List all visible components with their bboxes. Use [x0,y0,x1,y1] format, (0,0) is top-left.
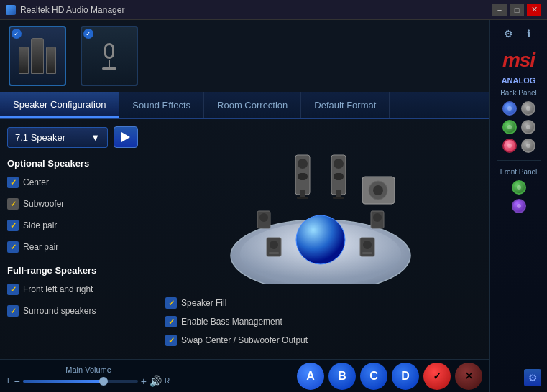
checkbox-surround[interactable]: ✓ Surround speakers [7,305,151,317]
checkbox-side-pair[interactable]: ✓ Side pair [7,220,151,231]
checkbox-front-lr[interactable]: ✓ Front left and right [7,284,151,295]
rear-left-speaker [257,211,270,228]
close-button[interactable]: ✕ [527,4,541,16]
checkbox-swap-center-icon: ✓ [165,335,177,346]
fullrange-speakers-title: Full-range Speakers [7,265,151,276]
jack-front-green[interactable] [512,180,526,195]
msi-logo: msi [502,49,535,72]
volume-label: Main Volume [65,365,111,374]
speaker-panel: 7.1 Speaker ▼ Optional Speakers ✓ Center [0,119,489,359]
bottom-settings-button[interactable]: ⚙ [524,369,541,386]
mic-stand [109,60,110,67]
svg-rect-7 [363,241,372,249]
checkbox-bass-mgmt-icon: ✓ [165,316,177,327]
profile-d-button[interactable]: D [392,363,419,390]
play-test-button[interactable] [114,126,138,148]
checkbox-surround-icon: ✓ [7,305,19,317]
volume-fill [23,380,104,383]
speaker-type-dropdown[interactable]: 7.1 Speaker ▼ [7,127,108,148]
tab-room-correction[interactable]: Room Correction [204,92,301,118]
checkbox-rear-pair-label: Rear pair [23,242,58,252]
bottom-checkboxes: ✓ Speaker Fill ✓ Enable Bass Management … [158,291,482,352]
speaker-select-row: 7.1 Speaker ▼ [7,126,151,148]
microphone-device-icon[interactable]: ✓ [81,26,138,86]
optional-speakers-title: Optional Speakers [7,158,151,169]
svg-rect-15 [298,173,308,180]
sidebar-toolbar: ⚙ ℹ [501,26,537,42]
speakers-device-icon[interactable]: ✓ [9,26,66,86]
minimize-button[interactable]: − [492,4,507,16]
back-panel-jack-row-3 [502,139,535,153]
analog-label: ANALOG [502,76,536,85]
svg-rect-8 [362,252,372,254]
jack-back-blue[interactable] [502,101,517,116]
maximize-button[interactable]: □ [510,4,524,16]
checkbox-subwoofer-icon: ✓ [7,198,19,210]
profile-buttons: A B C D ✓ ✕ [297,363,482,390]
back-panel-jack-row-2 [502,120,535,134]
profile-a-button[interactable]: A [297,363,324,390]
speaker-visual [19,38,56,74]
bottom-bar: Main Volume L − + 🔊 R A B C D [0,359,489,392]
speaker-diagram-svg [220,134,421,284]
title-bar: Realtek HD Audio Manager − □ ✕ [0,0,547,20]
tab-sound-effects[interactable]: Sound Effects [119,92,204,118]
checkbox-center-label: Center [23,177,49,187]
checkbox-swap-center[interactable]: ✓ Swap Center / Subwoofer Output [165,335,475,346]
svg-point-2 [296,215,345,264]
checkbox-speaker-fill[interactable]: ✓ Speaker Fill [165,297,475,309]
right-sidebar: ⚙ ℹ msi ANALOG Back Panel Front Panel [489,20,547,392]
jack-front-purple[interactable] [512,199,526,213]
front-left-speaker [267,238,281,256]
mic-visual [102,43,116,70]
checkbox-center-icon: ✓ [7,177,19,188]
volume-control: Main Volume L − + 🔊 R [7,365,170,387]
profile-b-button[interactable]: B [328,363,356,390]
content-area: ✓ ✓ Speaker Configuration [0,20,489,392]
svg-rect-14 [298,159,308,169]
volume-minus[interactable]: − [14,375,20,387]
svg-rect-10 [259,213,268,222]
jack-back-pink2[interactable] [521,139,535,153]
jack-back-green2[interactable] [521,120,535,134]
active-check: ✓ [12,29,22,39]
svg-rect-12 [373,213,382,222]
tabs-bar: Speaker Configuration Sound Effects Room… [0,92,489,119]
left-controls: 7.1 Speaker ▼ Optional Speakers ✓ Center [7,126,151,352]
volume-plus[interactable]: + [141,375,147,387]
jack-back-gray[interactable] [521,101,535,116]
back-panel-label: Back Panel [500,89,537,97]
tab-default-format[interactable]: Default Format [301,92,390,118]
mic-head [104,43,114,59]
profile-c-button[interactable]: C [360,363,387,390]
front-right-speaker [360,238,374,256]
speaker-diagram: ✓ Speaker Fill ✓ Enable Bass Management … [158,126,482,352]
volume-left-label: L [7,377,12,385]
jack-back-green[interactable] [502,120,517,134]
rear-right-speaker [371,211,384,228]
checkbox-subwoofer[interactable]: ✓ Subwoofer [7,198,151,210]
checkbox-front-lr-label: Front left and right [23,284,93,294]
checkbox-side-pair-icon: ✓ [7,220,19,231]
info-icon[interactable]: ℹ [521,26,537,42]
device-bar: ✓ ✓ [0,20,489,92]
settings-icon[interactable]: ⚙ [501,26,517,42]
mic-base [102,67,116,70]
jack-back-pink[interactable] [502,139,517,153]
checkbox-rear-pair-icon: ✓ [7,241,19,253]
window-controls: − □ ✕ [492,4,541,16]
checkbox-bass-mgmt[interactable]: ✓ Enable Bass Management [165,316,475,327]
ok-button[interactable]: ✓ [423,363,451,390]
speaker-unit-left [19,47,29,74]
app-icon [6,5,16,15]
svg-rect-19 [334,159,344,169]
checkbox-rear-pair[interactable]: ✓ Rear pair [7,241,151,253]
checkbox-swap-center-label: Swap Center / Subwoofer Output [181,335,308,345]
volume-slider[interactable] [23,380,138,383]
svg-point-25 [373,185,383,195]
volume-row: L − + 🔊 R [7,375,170,387]
cancel-button[interactable]: ✕ [455,363,482,390]
checkbox-subwoofer-label: Subwoofer [23,199,64,209]
tab-speaker-configuration[interactable]: Speaker Configuration [0,92,119,118]
checkbox-center[interactable]: ✓ Center [7,177,151,188]
